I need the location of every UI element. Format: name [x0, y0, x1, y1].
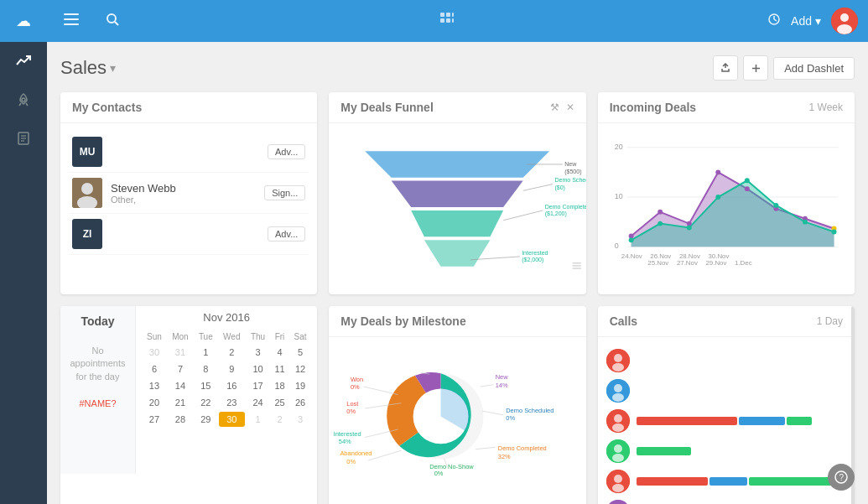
plus-icon: [751, 63, 761, 74]
calendar-day[interactable]: 3: [290, 412, 310, 427]
user-avatar[interactable]: [831, 8, 858, 34]
svg-marker-30: [424, 240, 491, 266]
svg-point-107: [612, 363, 624, 372]
svg-point-65: [715, 195, 720, 200]
call-item: [606, 436, 846, 466]
svg-point-112: [614, 414, 622, 423]
sidebar-item-rocket[interactable]: [0, 81, 47, 119]
contact-item: MU Adv...: [69, 132, 309, 173]
call-bars: [637, 417, 846, 425]
calendar-day[interactable]: 1: [247, 412, 269, 427]
clock-icon[interactable]: [767, 13, 781, 29]
calendar-day[interactable]: 1: [195, 345, 217, 360]
add-button[interactable]: Add ▾: [791, 14, 821, 28]
calendar-day[interactable]: 27: [143, 412, 166, 427]
hamburger-icon: [64, 13, 79, 25]
svg-point-25: [81, 183, 93, 195]
sidebar-item-sales[interactable]: [0, 42, 47, 81]
svg-point-106: [614, 354, 622, 362]
cal-header-fri: Fri: [271, 330, 288, 343]
contact-adv-button-1[interactable]: Adv...: [268, 144, 305, 159]
svg-point-57: [715, 169, 720, 174]
calendar-day[interactable]: 14: [168, 378, 193, 393]
incoming-deals-actions: 1 Week: [809, 101, 843, 113]
page-title-text: Sales: [60, 57, 107, 79]
calendar-day[interactable]: 2: [219, 345, 245, 360]
calendar-day[interactable]: 30: [219, 412, 245, 427]
user-avatar-svg: [831, 8, 858, 34]
calendar-day[interactable]: 24: [247, 395, 269, 410]
svg-text:($1,200): ($1,200): [545, 210, 567, 217]
search-icon[interactable]: [99, 9, 126, 33]
calendar-day[interactable]: 3: [247, 345, 269, 360]
wrench-icon[interactable]: ⚒: [550, 101, 559, 113]
name-tag: #NAME?: [79, 398, 116, 408]
calendar-day[interactable]: 19: [290, 378, 310, 393]
calendar-day[interactable]: 25: [271, 395, 288, 410]
close-icon[interactable]: ✕: [566, 101, 574, 113]
svg-line-99: [482, 411, 503, 415]
calendar-day[interactable]: 7: [168, 361, 193, 377]
milestones-body: Won 0% New 14% Demo Scheduled 0% Demo Co…: [329, 337, 585, 498]
calls-period: 1 Day: [817, 315, 843, 327]
milestones-title: My Deals by Milestone: [340, 314, 465, 328]
help-button[interactable]: ?: [828, 464, 855, 491]
calendar-day[interactable]: 17: [247, 378, 269, 393]
svg-point-119: [612, 484, 624, 492]
svg-point-58: [745, 186, 750, 191]
svg-text:Interested: Interested: [334, 430, 361, 438]
page-title-dropdown[interactable]: ▾: [110, 61, 116, 75]
svg-point-120: [606, 500, 630, 504]
calendar-day[interactable]: 20: [143, 395, 166, 410]
calendar-day[interactable]: 15: [195, 378, 217, 393]
calendar-day[interactable]: 23: [219, 395, 245, 410]
calendar-day[interactable]: 4: [271, 345, 288, 360]
menu-icon[interactable]: [57, 10, 86, 32]
refresh-button[interactable]: [713, 55, 738, 81]
calendar-day[interactable]: 16: [219, 378, 245, 393]
calendar-day[interactable]: 29: [195, 412, 217, 427]
calendar-day[interactable]: 21: [168, 395, 193, 410]
contact-adv-button-2[interactable]: Adv...: [268, 226, 305, 242]
calendar-day[interactable]: 22: [195, 395, 217, 410]
svg-point-115: [614, 444, 622, 453]
svg-text:1.Dec: 1.Dec: [735, 259, 752, 266]
svg-point-68: [803, 220, 808, 225]
call-bars: [637, 477, 855, 486]
add-dashlet-button[interactable]: Add Dashlet: [773, 57, 855, 80]
grid-icon[interactable]: [439, 11, 455, 32]
calendar-day[interactable]: 30: [143, 345, 166, 360]
settings-button[interactable]: [743, 55, 768, 81]
calendar-day[interactable]: 31: [168, 345, 193, 360]
calendar-day[interactable]: 12: [290, 361, 310, 377]
svg-point-118: [614, 475, 622, 483]
sidebar-item-book[interactable]: [0, 119, 47, 158]
svg-point-110: [612, 393, 624, 402]
calendar-day[interactable]: 10: [247, 361, 269, 377]
calendar-day[interactable]: 9: [219, 361, 245, 377]
incoming-deals-period: 1 Week: [809, 101, 843, 113]
svg-point-55: [657, 210, 663, 215]
topbar-right: Add ▾: [767, 8, 858, 34]
no-appointments-text: No appointments for the day: [67, 345, 128, 383]
contact-avatar-sw: [72, 178, 102, 208]
calendar-day[interactable]: 6: [143, 361, 166, 377]
help-icon: ?: [834, 470, 848, 484]
calendar-day[interactable]: 8: [195, 361, 217, 377]
contact-sign-button[interactable]: Sign...: [264, 185, 305, 200]
app-logo[interactable]: ☁: [0, 0, 47, 42]
calendar-day[interactable]: 2: [271, 412, 288, 427]
content-area: Sales ▾ Add Dashlet: [47, 42, 868, 504]
calendar-day[interactable]: 11: [271, 361, 288, 377]
svg-text:0%: 0%: [351, 383, 360, 391]
contact-avatar-zi: ZI: [72, 219, 102, 249]
contacts-body: MU Adv... Steven We: [60, 123, 317, 263]
svg-text:Demo Scheduled: Demo Scheduled: [507, 407, 554, 414]
calendar-day[interactable]: 5: [290, 345, 310, 360]
calendar-day[interactable]: 18: [271, 378, 288, 393]
calendar-day[interactable]: 28: [168, 412, 193, 427]
svg-text:10: 10: [615, 192, 623, 200]
calendar-day[interactable]: 13: [143, 378, 166, 393]
calendar-day[interactable]: 26: [290, 395, 310, 410]
svg-rect-11: [446, 13, 450, 17]
